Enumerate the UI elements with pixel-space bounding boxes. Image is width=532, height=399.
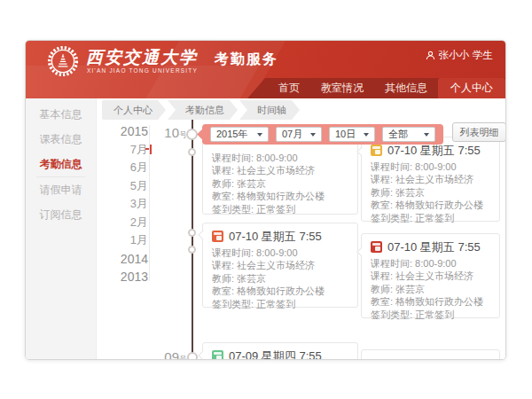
timeline-month-item[interactable]: 2月	[109, 214, 148, 232]
card-line-teacher: 教师: 张芸京	[371, 186, 490, 199]
sidebar-item-timetable[interactable]: 课表信息	[26, 127, 96, 152]
card-header: 07-10 星期五 7:55	[212, 229, 348, 244]
university-name-en: XI'AN JIAO TONG UNIVERSITY	[87, 67, 198, 74]
filter-bar-notch	[197, 129, 208, 140]
year-dropdown[interactable]: 2015年	[210, 127, 269, 142]
calendar-icon	[371, 241, 382, 253]
app-title: 考勤服务	[215, 51, 278, 69]
card-details: 课程时间: 8:00-9:00 课程: 社会主义市场经济 教师: 张芸京 教室:…	[371, 160, 490, 224]
timeline-node	[186, 129, 198, 140]
card-details: 课程时间: 8:00-9:00 课程: 社会主义市场经济 教师: 张芸京 教室:…	[212, 152, 348, 215]
timeline-year-month-list: 2015 7月 6月 5月 3月 2月 1月 2014 2013	[109, 122, 148, 286]
month-dropdown[interactable]: 07月	[276, 127, 322, 142]
chevron-down-icon	[257, 133, 262, 137]
timeline-month-item[interactable]: 1月	[109, 231, 148, 250]
category-dropdown-value: 全部	[388, 128, 408, 141]
breadcrumb: 个人中心 考勤信息 时间轴	[102, 100, 300, 120]
chevron-down-icon	[364, 133, 369, 137]
sidebar-item-subscription[interactable]: 订阅信息	[26, 202, 96, 227]
day-dropdown[interactable]: 10日	[329, 127, 375, 142]
card-line-teacher: 教师: 张芸京	[371, 283, 490, 295]
sidebar-item-attendance[interactable]: 考勤信息	[26, 152, 96, 176]
attendance-card: 07-10 星期五 7:55 课程时间: 8:00-9:00 课程: 社会主义市…	[202, 223, 358, 308]
card-line-classroom: 教室: 格物致知行政办公楼	[371, 199, 490, 211]
card-line-checkin-type: 签到类型: 正常签到	[371, 309, 490, 321]
nav-item-personal-center[interactable]: 个人中心	[438, 78, 505, 98]
card-line-course-time: 课程时间: 8:00-9:00	[371, 160, 490, 173]
card-line-teacher: 教师: 张芸京	[212, 177, 348, 190]
chevron-down-icon	[424, 133, 429, 137]
user-name: 张小小	[439, 49, 470, 62]
breadcrumb-attendance[interactable]: 考勤信息	[168, 100, 238, 120]
main-nav: 首页 教室情况 其他信息 个人中心	[247, 78, 505, 98]
chevron-down-icon	[310, 133, 316, 137]
card-line-checkin-type: 签到类型: 正常签到	[212, 298, 348, 310]
timeline-day-label-09: 09号	[153, 349, 187, 359]
card-line-checkin-type: 签到类型: 正常签到	[212, 203, 348, 215]
card-line-teacher: 教师: 张芸京	[212, 272, 348, 285]
timeline-month-item[interactable]: 6月	[109, 159, 148, 177]
sidebar-item-basic-info[interactable]: 基本信息	[26, 102, 96, 127]
calendar-icon	[212, 231, 223, 242]
app-window: 西安交通大学 XI'AN JIAO TONG UNIVERSITY 考勤服务 张…	[25, 40, 506, 360]
card-title: 07-09 星期四 7:55	[229, 348, 322, 360]
timeline-month-item[interactable]: 7月	[109, 141, 148, 160]
card-notch	[198, 230, 207, 239]
timeline-year-item[interactable]: 2015	[109, 122, 148, 141]
card-line-checkin-type: 签到类型: 正常签到	[371, 212, 490, 224]
card-line-course: 课程: 社会主义市场经济	[371, 173, 490, 185]
current-month-marker	[150, 145, 152, 154]
card-line-classroom: 教室: 格物致知行政办公楼	[371, 295, 490, 308]
card-header: 07-10 星期五 7:55	[371, 143, 490, 158]
timeline-month-item[interactable]: 5月	[109, 177, 148, 196]
year-dropdown-value: 2015年	[216, 128, 247, 141]
university-seal-icon	[47, 45, 79, 77]
day-dropdown-value: 10日	[335, 128, 356, 141]
card-title: 07-10 星期五 7:55	[387, 239, 481, 255]
calendar-icon	[212, 350, 223, 359]
month-list-divider	[149, 125, 150, 281]
card-notch	[198, 350, 207, 359]
timeline-node	[188, 246, 196, 254]
breadcrumb-personal-center[interactable]: 个人中心	[102, 100, 166, 120]
timeline-node	[188, 148, 196, 156]
app-header: 西安交通大学 XI'AN JIAO TONG UNIVERSITY 考勤服务 张…	[26, 41, 505, 98]
nav-item-home[interactable]: 首页	[268, 78, 310, 98]
card-line-course-time: 课程时间: 8:00-9:00	[371, 257, 490, 270]
attendance-card: 07-10 星期五 7:55 课程时间: 8:00-9:00 课程: 社会主义市…	[361, 233, 500, 318]
day-number: 09	[164, 349, 179, 359]
card-line-classroom: 教室: 格物致知行政办公楼	[212, 190, 348, 202]
card-details: 课程时间: 8:00-9:00 课程: 社会主义市场经济 教师: 张芸京 教室:…	[371, 257, 490, 321]
sidebar-item-leave-request[interactable]: 请假申请	[26, 177, 96, 202]
user-icon	[426, 51, 435, 60]
university-name-cn: 西安交通大学	[86, 46, 198, 69]
timeline-day-label-10: 10号	[153, 125, 187, 141]
card-header: 07-09 星期四 7:55	[212, 348, 348, 359]
card-title: 07-10 星期五 7:55	[229, 229, 322, 245]
content-area: 基本信息 课表信息 考勤信息 请假申请 订阅信息 个人中心 考勤信息 时间轴 2…	[26, 98, 505, 359]
card-line-course-time: 课程时间: 8:00-9:00	[212, 152, 348, 164]
timeline-node	[188, 229, 196, 237]
day-unit: 号	[179, 355, 187, 359]
calendar-icon	[371, 145, 382, 156]
card-line-course: 课程: 社会主义市场经济	[371, 270, 490, 282]
nav-item-other-info[interactable]: 其他信息	[374, 78, 438, 98]
card-header: 07-10 星期五 7:55	[371, 239, 490, 254]
card-line-course-time: 课程时间: 8:00-9:00	[212, 246, 348, 259]
user-info[interactable]: 张小小 学生	[426, 49, 494, 62]
page: 西安交通大学 XI'AN JIAO TONG UNIVERSITY 考勤服务 张…	[0, 0, 532, 399]
category-dropdown[interactable]: 全部	[382, 127, 435, 142]
timeline-month-item[interactable]: 3月	[109, 195, 148, 214]
timeline-node	[187, 352, 198, 359]
timeline-year-item[interactable]: 2013	[109, 268, 148, 286]
breadcrumb-timeline[interactable]: 时间轴	[239, 100, 300, 120]
filter-bar: 2015年 07月 10日 全部	[202, 124, 443, 145]
list-detail-button[interactable]: 列表明细	[452, 122, 505, 142]
attendance-card: 课程时间: 8:00-9:00 课程: 社会主义市场经济 教师: 张芸京 教室:…	[202, 141, 358, 215]
attendance-card: 07-09 星期四 7:55	[202, 342, 358, 359]
sidebar: 基本信息 课表信息 考勤信息 请假申请 订阅信息	[26, 98, 97, 359]
timeline-year-item[interactable]: 2014	[109, 250, 148, 269]
card-details: 课程时间: 8:00-9:00 课程: 社会主义市场经济 教师: 张芸京 教室:…	[212, 246, 348, 310]
card-title: 07-10 星期五 7:55	[387, 143, 481, 159]
nav-item-classrooms[interactable]: 教室情况	[310, 78, 374, 98]
